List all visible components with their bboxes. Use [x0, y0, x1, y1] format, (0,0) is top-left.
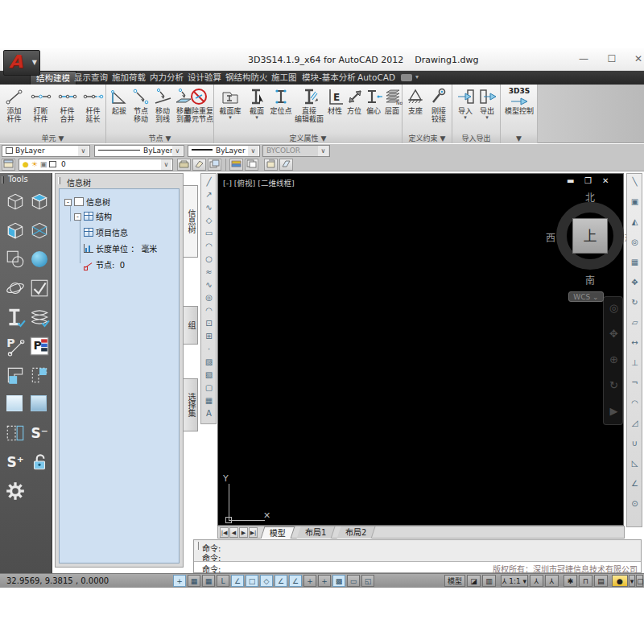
layer-states-button[interactable]: [177, 159, 191, 171]
region-overlap-icon[interactable]: [5, 249, 26, 270]
erase-tool-icon[interactable]: ╲: [628, 175, 642, 188]
wcs-dropdown[interactable]: WCS ⌄: [568, 291, 604, 302]
extend-tool-icon[interactable]: ¬: [628, 377, 642, 390]
command-input-line[interactable]: 命令: 版权所有：深圳市冠捷信息技术有限公司: [194, 561, 641, 572]
square-filled-icon[interactable]: [29, 394, 50, 415]
3d-object-snap-toggle[interactable]: ◇: [260, 575, 273, 587]
tree-node-structure[interactable]: -结构: [74, 210, 112, 222]
join-tool-icon[interactable]: ∪: [628, 437, 642, 450]
revision-cloud-icon[interactable]: ≈: [202, 266, 216, 279]
layers-check-icon[interactable]: [29, 307, 50, 328]
autocad-app-menu-button[interactable]: A ▼: [3, 50, 40, 76]
edit-section-button[interactable]: 直接 编辑截面: [291, 87, 327, 123]
polar-tracking-toggle[interactable]: ∠: [231, 575, 244, 587]
quick-view-layouts-icon[interactable]: ◪: [467, 575, 481, 587]
copy-tool-icon[interactable]: ▣: [628, 196, 642, 208]
create-block-icon[interactable]: ⊞: [202, 330, 216, 343]
layer-unisolate-button[interactable]: [208, 159, 221, 171]
command-window-grip[interactable]: [196, 542, 199, 550]
corner-dashed-icon[interactable]: [29, 365, 50, 386]
layer-isolate-button[interactable]: [192, 159, 206, 171]
rigid-hinged-button[interactable]: 刚接 铰接: [427, 87, 450, 123]
first-tab-arrow[interactable]: |◀: [220, 527, 229, 538]
hardware-accel-icon[interactable]: ▤: [594, 575, 608, 587]
group-label-node[interactable]: 节点 ▼: [106, 134, 213, 143]
ellipse-icon[interactable]: ◎: [202, 291, 216, 304]
layer-properties-manager-button[interactable]: [2, 159, 15, 171]
tree-node-node-count[interactable]: 节点: 0: [84, 258, 125, 270]
palette-grip[interactable]: [2, 176, 4, 184]
model-control-button[interactable]: 3D3S 模型控制: [503, 87, 535, 115]
next-tab-arrow[interactable]: ▶: [239, 527, 248, 538]
linetype-dropdown[interactable]: ByLayer∨: [94, 145, 184, 157]
toolbar-lock-icon[interactable]: ⊓: [579, 575, 592, 587]
delete-duplicate-nodes-button[interactable]: 删除重复 单元节点: [184, 87, 214, 123]
model-space-button[interactable]: 模型: [444, 575, 465, 587]
p-properties-icon[interactable]: P: [29, 336, 50, 357]
lineweight-toggle[interactable]: +: [318, 575, 331, 587]
prev-tab-arrow[interactable]: ◀: [229, 527, 238, 538]
group-label-properties[interactable]: 定义属性 ▼: [214, 134, 402, 143]
rotate-tool-icon[interactable]: ↻: [628, 296, 642, 309]
arc-icon[interactable]: ◠: [202, 240, 216, 253]
tab-layout1[interactable]: 布局1: [297, 526, 336, 539]
layer-freeze-sun-icon[interactable]: ☀: [31, 159, 38, 170]
color-dropdown[interactable]: ByLayer∨: [2, 145, 90, 157]
polygon-icon[interactable]: ◇: [202, 214, 216, 227]
cube-top-face-icon[interactable]: [29, 191, 50, 212]
explode-tool-icon[interactable]: ⊙: [628, 497, 642, 510]
viewcube-top-face[interactable]: 上: [572, 218, 608, 254]
match-properties-button[interactable]: [245, 159, 258, 171]
break-member-button[interactable]: 打断 杆件: [28, 87, 53, 123]
tab-autocad[interactable]: AutoCAD: [352, 71, 401, 85]
minimize-button[interactable]: —: [572, 52, 596, 66]
object-snap-tracking-toggle[interactable]: ∠: [275, 575, 287, 587]
coordinates-readout[interactable]: 32.9569, 9.3815 , 0.0000: [6, 576, 109, 585]
selection-minus-icon[interactable]: S⁻: [29, 423, 50, 444]
stretch-tool-icon[interactable]: ↔: [628, 336, 642, 349]
ortho-mode-toggle[interactable]: L: [217, 575, 229, 587]
corner-tool-icon[interactable]: [5, 365, 26, 386]
move-tool-icon[interactable]: ✥: [628, 276, 642, 289]
side-tab-selection-set[interactable]: 选择集: [184, 378, 198, 431]
gradient-icon[interactable]: ▧: [202, 369, 216, 382]
tab-model[interactable]: 模型: [261, 526, 295, 539]
check-box-icon[interactable]: [29, 278, 50, 299]
selection-cycling-toggle[interactable]: ◱: [361, 575, 374, 587]
make-current-button[interactable]: [229, 159, 243, 171]
quick-properties-toggle[interactable]: ▭: [347, 575, 360, 587]
object-snap-toggle[interactable]: □: [246, 575, 258, 587]
collapse-icon[interactable]: -: [64, 199, 72, 206]
annotation-visibility-icon[interactable]: ⅄: [530, 575, 543, 587]
add-member-button[interactable]: 添加 杆件: [2, 87, 27, 123]
panel-grip[interactable]: [58, 177, 60, 184]
point-icon[interactable]: ·: [202, 343, 216, 356]
side-tab-group[interactable]: 组: [184, 306, 198, 345]
quick-view-drawings-icon[interactable]: ▥: [482, 575, 496, 587]
table-icon[interactable]: ▦: [202, 394, 216, 407]
layer-previous-button[interactable]: [264, 159, 278, 171]
move-to-line-button[interactable]: 移动 到线: [152, 87, 173, 123]
import-button[interactable]: 导入 ▾: [456, 87, 475, 120]
sphere-icon[interactable]: [29, 249, 50, 270]
close-button[interactable]: ✕: [626, 52, 644, 66]
position-point-button[interactable]: 定位点: [269, 87, 293, 115]
chevron-down-icon[interactable]: ▾: [415, 73, 419, 80]
dashed-rects-icon[interactable]: [5, 423, 26, 444]
line-tool-icon[interactable]: ╱: [202, 175, 216, 188]
extend-member-button[interactable]: 杆件 延长: [80, 87, 105, 123]
cube-section-icon[interactable]: [29, 220, 50, 241]
tree-node-length-unit[interactable]: 长度单位 ： 毫米: [84, 242, 157, 254]
clean-screen-icon[interactable]: ▢: [636, 575, 643, 587]
region-icon[interactable]: ▢: [202, 382, 216, 394]
construction-line-icon[interactable]: ↗: [202, 188, 216, 201]
break-tool-icon[interactable]: ◿: [628, 417, 642, 430]
tab-layout2[interactable]: 布局2: [337, 526, 376, 539]
annotation-scale-button[interactable]: ⅄ 1:1 ▾: [501, 575, 528, 587]
trim-tool-icon[interactable]: ⊥: [628, 357, 642, 369]
p-line-check-icon[interactable]: P: [5, 336, 26, 357]
viewcube-north[interactable]: 北: [585, 190, 595, 204]
autoscale-icon[interactable]: ⅄: [545, 575, 559, 587]
snap-mode-toggle[interactable]: ▦: [188, 575, 200, 587]
scale-tool-icon[interactable]: ▱: [628, 316, 642, 329]
